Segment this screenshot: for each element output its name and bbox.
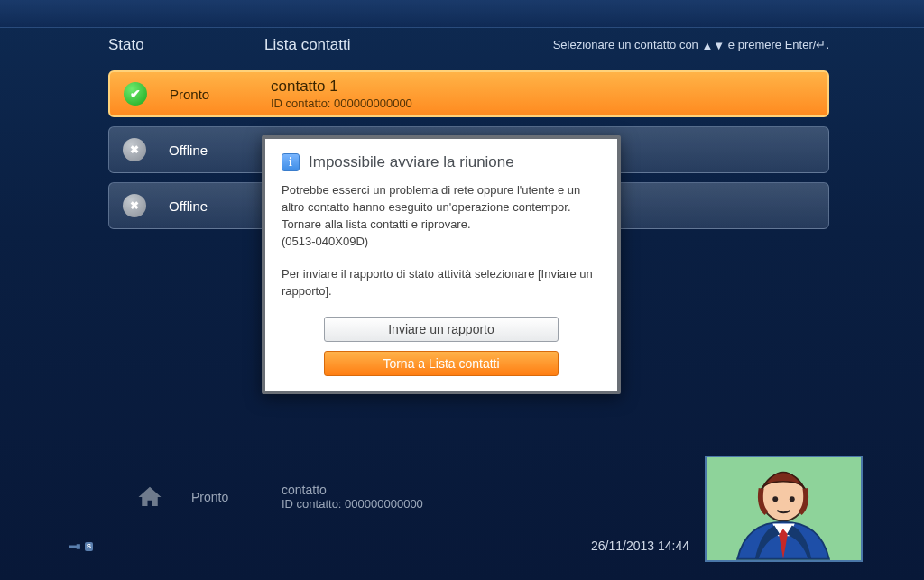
back-to-contacts-button[interactable]: Torna a Lista contatti <box>324 351 559 376</box>
connection-badge: S <box>85 542 93 551</box>
footer-contact: Pronto contatto ID contatto: 00000000000… <box>135 483 423 511</box>
footer-contact-label: contatto <box>282 483 423 497</box>
clock: 26/11/2013 14:44 <box>591 539 689 553</box>
home-icon <box>135 483 164 511</box>
footer-contact-id: ID contatto: 000000000000 <box>282 497 423 511</box>
modal-text: Potrebbe esserci un problema di rete opp… <box>282 182 601 300</box>
footer-info: contatto ID contatto: 000000000000 <box>282 483 423 511</box>
footer-status: Pronto <box>191 490 282 504</box>
modal-title: Impossibile avviare la riunione <box>309 153 514 171</box>
send-report-button[interactable]: Inviare un rapporto <box>324 317 559 342</box>
modal-line1: Potrebbe esserci un problema di rete opp… <box>282 182 601 234</box>
avatar-icon <box>707 456 861 560</box>
svg-point-1 <box>772 496 778 502</box>
info-icon: i <box>282 153 300 171</box>
modal-line2: Per inviare il rapporto di stato attivit… <box>282 266 601 300</box>
connection-icon: S <box>68 540 93 553</box>
self-preview <box>705 456 863 562</box>
modal-code: (0513-040X09D) <box>282 234 601 251</box>
svg-point-2 <box>790 496 795 502</box>
error-modal: i Impossibile avviare la riunione Potreb… <box>262 135 621 394</box>
